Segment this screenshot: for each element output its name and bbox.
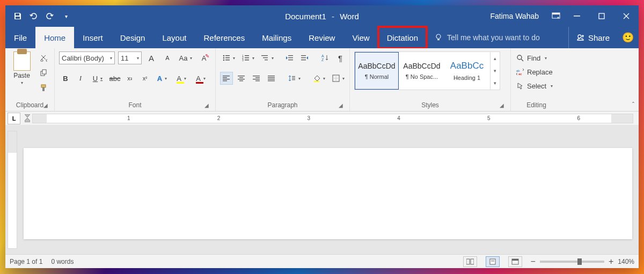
line-spacing-icon <box>288 75 296 82</box>
replace-button[interactable]: abacReplace <box>515 65 554 78</box>
superscript-button[interactable]: x <box>138 72 151 85</box>
strikethrough-button[interactable]: abc <box>108 72 121 85</box>
vertical-ruler[interactable] <box>8 131 17 249</box>
font-size-combo[interactable]: 11▾ <box>118 51 142 64</box>
italic-button[interactable]: I <box>74 72 87 85</box>
undo-icon[interactable] <box>29 11 39 21</box>
tab-file[interactable]: File <box>5 27 35 48</box>
clear-formatting-button[interactable]: A✎ <box>197 51 210 64</box>
web-layout-button[interactable] <box>508 256 522 267</box>
horizontal-ruler[interactable]: 1 2 3 4 5 6 <box>32 114 633 123</box>
tab-view[interactable]: View <box>343 27 378 48</box>
format-painter-button[interactable] <box>37 82 50 94</box>
tab-selector[interactable]: L <box>8 113 20 124</box>
print-layout-button[interactable] <box>486 256 500 267</box>
tell-me-search[interactable] <box>434 27 568 48</box>
subscript-button[interactable]: x <box>123 72 136 85</box>
ribbon-display-options-icon[interactable] <box>547 5 565 27</box>
account-name[interactable]: Fatima Wahab <box>481 12 547 20</box>
first-line-indent-marker[interactable] <box>25 114 30 117</box>
read-mode-button[interactable] <box>463 256 477 267</box>
zoom-level[interactable]: 140% <box>618 258 634 265</box>
document-area[interactable] <box>5 125 639 254</box>
ruler-area: L 1 2 3 4 5 6 <box>5 112 639 125</box>
word-count[interactable]: 0 words <box>51 258 74 265</box>
styles-scroll-down[interactable]: ▾ <box>491 64 500 77</box>
page-canvas[interactable] <box>24 148 632 239</box>
align-right-button[interactable] <box>250 72 263 85</box>
print-layout-icon <box>489 258 496 265</box>
svg-rect-24 <box>265 60 268 60</box>
find-button[interactable]: Find▾ <box>515 51 548 64</box>
font-launcher[interactable]: ◢ <box>203 102 210 109</box>
save-icon[interactable] <box>13 11 23 21</box>
tab-design[interactable]: Design <box>112 27 154 48</box>
text-effects-button[interactable]: A <box>153 72 171 85</box>
page-indicator[interactable]: Page 1 of 1 <box>10 258 42 265</box>
paste-button[interactable]: Paste ▾ <box>10 51 34 85</box>
grow-font-button[interactable]: A <box>145 51 158 64</box>
justify-button[interactable] <box>265 72 278 85</box>
underline-button[interactable]: U <box>89 72 106 85</box>
styles-launcher[interactable]: ◢ <box>499 102 505 109</box>
styles-expand[interactable]: ▾ <box>491 77 500 90</box>
align-center-button[interactable] <box>235 72 248 85</box>
zoom-slider[interactable] <box>540 261 604 263</box>
group-editing: Find▾ abacReplace Select▾ Editing <box>511 48 562 111</box>
line-spacing-button[interactable] <box>286 72 303 85</box>
close-button[interactable] <box>614 5 639 27</box>
decrease-indent-button[interactable] <box>283 51 296 64</box>
font-color-button[interactable]: A <box>192 72 209 85</box>
shrink-font-button[interactable]: A <box>161 51 174 64</box>
redo-icon[interactable] <box>45 11 55 21</box>
svg-point-14 <box>223 60 224 61</box>
style-no-spacing[interactable]: AaBbCcDd ¶ No Spac... <box>400 52 444 90</box>
app-name: Word <box>340 12 359 21</box>
bullets-button[interactable] <box>220 51 237 64</box>
align-left-button[interactable] <box>220 72 233 85</box>
qat-customize-icon[interactable]: ▾ <box>61 11 71 21</box>
tab-insert[interactable]: Insert <box>74 27 112 48</box>
share-icon <box>576 33 585 42</box>
font-name-value: Calibri (Body) <box>62 54 104 62</box>
tab-home[interactable]: Home <box>35 27 74 48</box>
svg-rect-46 <box>268 77 275 78</box>
zoom-in-button[interactable]: + <box>609 257 613 266</box>
svg-point-5 <box>578 35 581 38</box>
tell-me-input[interactable] <box>447 33 565 42</box>
copy-icon <box>40 69 47 77</box>
increase-indent-button[interactable] <box>298 51 311 64</box>
sort-button[interactable]: AZ <box>319 51 332 64</box>
cut-button[interactable] <box>37 51 50 64</box>
font-name-combo[interactable]: Calibri (Body)▾ <box>59 51 115 64</box>
style-normal[interactable]: AaBbCcDd ¶ Normal <box>355 52 399 90</box>
cursor-icon <box>516 82 524 90</box>
tab-review[interactable]: Review <box>300 27 343 48</box>
collapse-ribbon-button[interactable]: ˆ <box>632 101 634 109</box>
hanging-indent-marker[interactable] <box>25 118 30 122</box>
numbering-button[interactable]: 123 <box>239 51 257 64</box>
bold-button[interactable]: B <box>59 72 72 85</box>
change-case-button[interactable]: Aa <box>177 51 194 64</box>
styles-scroll-up[interactable]: ▴ <box>491 52 500 64</box>
paragraph-launcher[interactable]: ◢ <box>338 102 344 109</box>
share-button[interactable]: Share <box>568 27 617 48</box>
tab-dictation[interactable]: Dictation <box>378 27 427 48</box>
borders-button[interactable] <box>330 72 347 85</box>
select-button[interactable]: Select▾ <box>515 79 554 92</box>
tab-layout[interactable]: Layout <box>153 27 195 48</box>
tab-mailings[interactable]: Mailings <box>253 27 300 48</box>
emoji-icon[interactable]: 🙂 <box>617 27 639 48</box>
show-marks-button[interactable]: ¶ <box>334 51 347 64</box>
copy-button[interactable] <box>37 66 50 79</box>
svg-text:Z: Z <box>321 58 324 62</box>
minimize-button[interactable] <box>565 5 589 27</box>
highlight-button[interactable]: A <box>173 72 190 85</box>
zoom-out-button[interactable]: − <box>531 257 536 266</box>
style-heading-1[interactable]: AaBbCc Heading 1 <box>445 52 489 90</box>
tab-references[interactable]: References <box>195 27 253 48</box>
clipboard-launcher[interactable]: ◢ <box>42 102 49 109</box>
multilevel-list-button[interactable] <box>259 51 276 64</box>
maximize-button[interactable] <box>589 5 614 27</box>
shading-button[interactable] <box>310 72 327 85</box>
